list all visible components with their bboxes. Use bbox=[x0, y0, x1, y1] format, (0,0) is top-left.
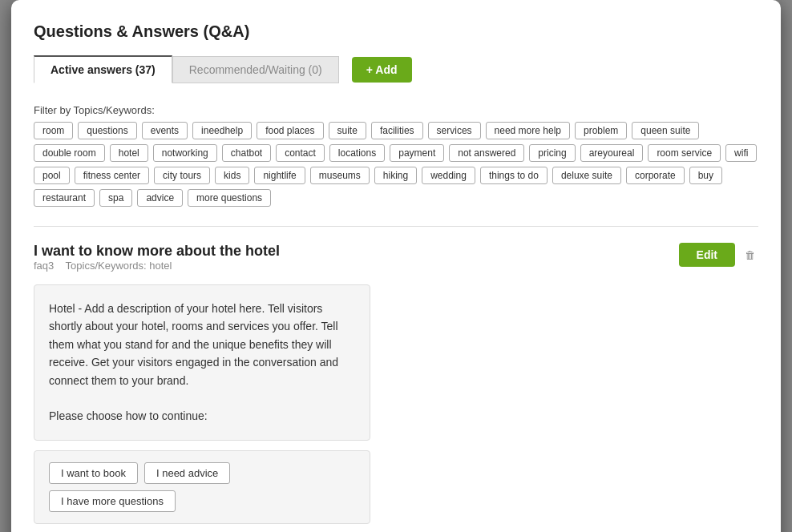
filter-tag[interactable]: queen suite bbox=[632, 122, 699, 139]
filter-tag[interactable]: suite bbox=[329, 122, 366, 139]
filter-tag[interactable]: facilities bbox=[371, 122, 423, 139]
qa-question-text: I want to know more about the hotel bbox=[34, 243, 280, 260]
filter-tag[interactable]: wifi bbox=[725, 144, 757, 162]
filter-tag[interactable]: payment bbox=[390, 144, 444, 162]
filter-tag[interactable]: hotel bbox=[110, 144, 148, 162]
page-title: Questions & Answers (Q&A) bbox=[34, 22, 758, 41]
filter-tag[interactable]: services bbox=[428, 122, 481, 139]
qa-actions: Edit 🗑 bbox=[679, 243, 758, 267]
qa-body: Hotel - Add a description of your hotel … bbox=[34, 284, 370, 441]
edit-button[interactable]: Edit bbox=[679, 243, 735, 267]
filter-tag[interactable]: nightlife bbox=[254, 167, 305, 184]
choice-button[interactable]: I want to book bbox=[49, 462, 138, 484]
delete-button[interactable]: 🗑 bbox=[741, 246, 758, 264]
filter-label: Filter by Topics/Keywords: bbox=[34, 104, 155, 116]
filter-tag[interactable]: room service bbox=[648, 144, 721, 162]
filter-tag[interactable]: locations bbox=[329, 144, 385, 162]
filter-tag[interactable]: areyoureal bbox=[580, 144, 644, 162]
filter-tag[interactable]: more questions bbox=[188, 189, 271, 207]
filter-tag[interactable]: things to do bbox=[480, 167, 548, 184]
filter-tag[interactable]: restaurant bbox=[34, 189, 95, 207]
qa-header: I want to know more about the hotel faq3… bbox=[34, 243, 758, 281]
filter-tag[interactable]: notworking bbox=[153, 144, 217, 162]
filter-tag[interactable]: chatbot bbox=[222, 144, 271, 162]
filter-tag[interactable]: double room bbox=[34, 144, 105, 162]
filter-tag[interactable]: problem bbox=[575, 122, 627, 139]
choice-button[interactable]: I have more questions bbox=[49, 490, 176, 512]
filter-tag[interactable]: city tours bbox=[154, 167, 210, 184]
filter-tag[interactable]: pricing bbox=[529, 144, 575, 162]
filter-tag[interactable]: questions bbox=[78, 122, 136, 139]
filter-tag[interactable]: contact bbox=[276, 144, 325, 162]
divider bbox=[34, 226, 758, 227]
qa-choices: I want to bookI need adviceI have more q… bbox=[34, 450, 370, 524]
filter-tag[interactable]: advice bbox=[137, 189, 183, 207]
filter-tag[interactable]: need more help bbox=[486, 122, 570, 139]
filter-tag[interactable]: fitness center bbox=[75, 167, 149, 184]
filter-tag[interactable]: pool bbox=[34, 167, 70, 184]
filter-tag[interactable]: spa bbox=[99, 189, 132, 207]
choice-button[interactable]: I need advice bbox=[144, 462, 230, 484]
filter-tag[interactable]: corporate bbox=[626, 167, 685, 184]
filter-tag[interactable]: food places bbox=[257, 122, 323, 139]
qa-id: faq3 bbox=[34, 260, 54, 272]
qa-question: I want to know more about the hotel faq3… bbox=[34, 243, 280, 281]
filter-tag[interactable]: buy bbox=[689, 167, 722, 184]
filter-tag[interactable]: not answered bbox=[449, 144, 524, 162]
add-button[interactable]: + Add bbox=[352, 57, 412, 83]
filter-tag[interactable]: events bbox=[142, 122, 188, 139]
filter-tag[interactable]: deluxe suite bbox=[552, 167, 621, 184]
filter-tag[interactable]: hiking bbox=[374, 167, 417, 184]
filter-tag[interactable]: ineedhelp bbox=[192, 122, 252, 139]
filter-tag[interactable]: wedding bbox=[422, 167, 475, 184]
filter-section: Filter by Topics/Keywords: roomquestions… bbox=[34, 103, 758, 207]
tab-recommended[interactable]: Recommended/Waiting (0) bbox=[172, 56, 339, 83]
filter-tags: roomquestionseventsineedhelpfood placess… bbox=[34, 122, 758, 207]
tabs-row: Active answers (37) Recommended/Waiting … bbox=[34, 55, 758, 83]
filter-tag[interactable]: kids bbox=[215, 167, 249, 184]
filter-tag[interactable]: room bbox=[34, 122, 73, 139]
qa-item: I want to know more about the hotel faq3… bbox=[34, 243, 758, 524]
tab-active-answers[interactable]: Active answers (37) bbox=[34, 55, 172, 83]
qa-meta: faq3 Topics/Keywords: hotel bbox=[34, 260, 280, 272]
qa-keywords: Topics/Keywords: hotel bbox=[66, 260, 172, 272]
filter-tag[interactable]: museums bbox=[310, 167, 370, 184]
